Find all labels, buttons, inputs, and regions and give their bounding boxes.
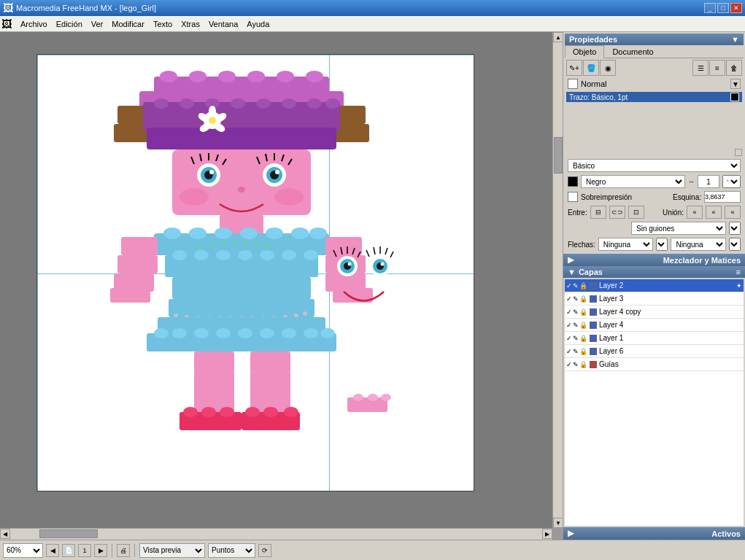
properties-header[interactable]: Propiedades ▼ [565,34,744,45]
app-icon: 🖼 [3,2,13,14]
mezclador-header[interactable]: ▶ Mezclador y Matices [563,254,745,266]
align-right-tool[interactable]: ≡ [709,60,725,76]
stroke-style-arrow[interactable]: ▼ [729,222,741,235]
horizontal-scrollbar[interactable]: ◀ ▶ [0,528,552,540]
scroll-thumb[interactable] [554,137,563,174]
menu-ventana[interactable]: Ventana [204,18,242,30]
menu-xtras[interactable]: Xtras [177,18,204,30]
overprint-checkbox[interactable] [568,192,578,202]
tab-documento[interactable]: Documento [604,45,661,58]
page-input-btn[interactable]: 1 [78,544,91,557]
align-left-tool[interactable]: ☰ [692,60,709,76]
vertical-scrollbar[interactable]: ▲ ▼ [552,32,563,528]
layer-edit-icon: ✎ [573,282,579,289]
stroke-style-row: Sin guiones ▼ [565,220,744,236]
menu-texto[interactable]: Texto [149,18,177,30]
layer-row-2[interactable]: ✓ ✎ 🔒 Layer 2 ✦ [565,279,744,292]
restore-button[interactable]: □ [717,3,729,13]
svg-point-71 [216,250,231,260]
page-next-btn[interactable]: ▶ [94,544,107,557]
svg-point-108 [320,328,335,338]
title-bar-controls[interactable]: _ □ ✕ [704,3,742,13]
menu-ayuda[interactable]: Ayuda [242,18,274,30]
pen-add-tool[interactable]: ✎+ [566,60,582,76]
layer-row-1[interactable]: ✓ ✎ 🔒 Layer 1 [565,332,744,345]
svg-rect-60 [121,237,158,255]
svg-point-2 [160,71,177,82]
svg-point-116 [183,407,198,417]
svg-point-120 [245,407,260,417]
page-prev-btn[interactable]: ◀ [46,544,59,557]
recenter-btn[interactable]: ⟳ [258,544,271,557]
units-select[interactable]: Puntos [208,543,255,558]
title-text: Macromedia FreeHand MX - [lego_Girl] [16,4,156,12]
color-tool[interactable]: ◉ [600,60,616,76]
svg-rect-77 [169,299,314,317]
layer-2-options[interactable]: ✦ [736,282,742,289]
paint-bucket-tool[interactable]: 🪣 [583,60,599,76]
menu-edicion[interactable]: Edición [52,18,87,30]
layer-3-name: Layer 3 [599,295,742,303]
stroke-width-input[interactable] [698,175,719,188]
layer-2-color [590,282,597,289]
menu-modificar[interactable]: Modificar [107,18,149,30]
activos-header[interactable]: ▶ Activos [563,527,745,540]
svg-point-57 [266,228,283,239]
svg-point-103 [216,328,231,338]
props-scroll-thumb[interactable] [735,149,742,156]
activos-arrow: ▶ [568,529,574,538]
layer-row-4-copy[interactable]: ✓ ✎ 🔒 Layer 4 copy [565,306,744,319]
scroll-left-button[interactable]: ◀ [0,529,10,539]
properties-panel: Propiedades ▼ Objeto Documento ✎+ 🪣 ◉ ☰ … [563,32,745,254]
capas-header[interactable]: ▼ Capas ≡ [563,266,745,278]
color-swatch[interactable] [568,176,578,187]
width-unit-select[interactable]: ▼ [722,175,741,188]
layer-4-icons: ✓ ✎ 🔒 [566,322,587,329]
scroll-indicator[interactable]: ▼ [730,79,741,89]
layer-row-6[interactable]: ✓ ✎ 🔒 Layer 6 [565,345,744,358]
color-row: Negro ↔ ▼ [565,174,744,190]
svg-point-4 [218,71,236,82]
layer-4c-icons: ✓ ✎ 🔒 [566,308,587,316]
layer-row-4[interactable]: ✓ ✎ 🔒 Layer 4 [565,319,744,332]
view-mode-select[interactable]: Vista previa [139,543,205,558]
menu-ver[interactable]: Ver [87,18,108,30]
delete-tool[interactable]: 🗑 [726,60,742,76]
minimize-button[interactable]: _ [704,3,716,13]
layer-row-guias[interactable]: ✓ ✎ 🔒 Guías [565,358,744,371]
arrow2-arrow[interactable]: ▼ [729,238,741,251]
entre-btn1[interactable]: ⊟ [590,206,606,219]
collapse-icon: ▼ [731,35,739,44]
arrow2-select[interactable]: Ninguna [671,238,726,251]
scroll-right-button[interactable]: ▶ [542,529,552,539]
print-btn[interactable]: 🖨 [117,544,130,557]
close-button[interactable]: ✕ [730,3,742,13]
arrow1-select[interactable]: Ninguna [598,238,654,251]
entre-btn3[interactable]: ⊡ [628,206,644,219]
mode-checkbox[interactable] [568,79,578,89]
capas-options-icon[interactable]: ≡ [736,268,741,276]
stroke-type-select[interactable]: Básico [568,159,741,172]
union-btn3[interactable]: « [725,206,741,219]
color-select[interactable]: Negro [581,175,685,188]
new-page-btn[interactable]: 📄 [62,544,75,557]
title-bar-left: 🖼 Macromedia FreeHand MX - [lego_Girl] [3,2,156,14]
stroke-style-select[interactable]: Sin guiones [631,222,726,235]
lego-artwork [59,62,424,485]
entre-btn2[interactable]: ⊂⊃ [609,206,625,219]
scroll-up-button[interactable]: ▲ [553,32,563,42]
union-btn1[interactable]: « [687,206,703,219]
arrow1-arrow[interactable]: ▼ [656,238,668,251]
svg-point-100 [154,328,169,338]
layer-guias-name: Guías [599,360,742,368]
layer-row-3[interactable]: ✓ ✎ 🔒 Layer 3 [565,292,744,306]
svg-point-79 [221,241,225,245]
h-scroll-thumb[interactable] [39,529,98,538]
esquina-input[interactable] [704,191,741,203]
zoom-select[interactable]: 60% [3,543,43,558]
menu-archivo[interactable]: Archivo [16,18,52,30]
scroll-down-button[interactable]: ▼ [553,518,563,528]
tab-objeto[interactable]: Objeto [565,45,604,58]
union-btn2[interactable]: « [706,206,722,219]
svg-point-6 [277,71,294,82]
